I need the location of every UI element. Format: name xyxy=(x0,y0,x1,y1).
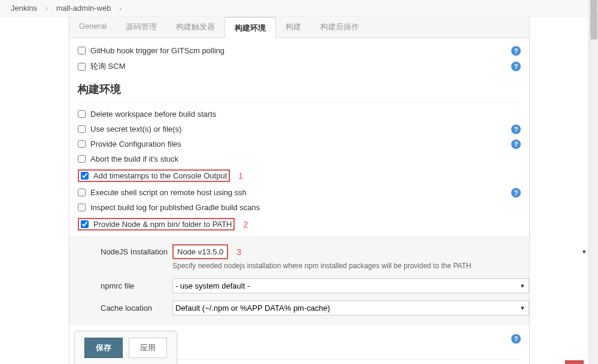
help-icon[interactable]: ? xyxy=(511,188,521,198)
npmrc-file-label: npmrc file xyxy=(101,281,172,290)
tab-triggers[interactable]: 构建触发器 xyxy=(166,17,224,38)
breadcrumb-sep-icon: › xyxy=(45,4,48,13)
poll-scm-checkbox[interactable] xyxy=(78,63,86,71)
config-files-label: Provide Configuration files xyxy=(90,139,181,148)
github-hook-label: GitHub hook trigger for GITScm polling xyxy=(90,46,224,55)
timestamps-label: Add timestamps to the Console Output xyxy=(93,171,227,180)
npmrc-file-select[interactable]: - use system default - xyxy=(172,278,529,293)
help-icon[interactable]: ? xyxy=(511,46,521,56)
gradle-scans-label: Inspect build log for published Gradle b… xyxy=(90,203,260,212)
breadcrumb: Jenkins › mall-admin-web › xyxy=(0,0,598,17)
annotation-num-3: 3 xyxy=(236,247,241,257)
cache-location-select[interactable]: Default (~/.npm or %APP DATA% pm-cache) xyxy=(172,301,529,316)
tab-scm[interactable]: 源码管理 xyxy=(116,17,166,38)
breadcrumb-sep-icon: › xyxy=(119,4,122,13)
highlight-annotation-2: Provide Node & npm bin/ folder to PATH xyxy=(78,218,235,230)
github-hook-checkbox[interactable] xyxy=(78,47,86,54)
help-icon[interactable]: ? xyxy=(511,334,521,344)
nodejs-installation-label: NodeJS Installation xyxy=(101,247,172,256)
remote-ssh-label: Execute shell script on remote host usin… xyxy=(90,188,247,197)
annotation-num-1: 1 xyxy=(238,171,243,181)
node-path-checkbox[interactable] xyxy=(81,220,89,228)
node-path-label: Provide Node & npm bin/ folder to PATH xyxy=(93,220,232,229)
timestamps-checkbox[interactable] xyxy=(81,172,89,180)
scroll-arrow-up[interactable] xyxy=(590,0,597,10)
abort-stuck-checkbox[interactable] xyxy=(78,155,86,163)
tab-general[interactable]: General xyxy=(69,17,116,38)
tab-post-build[interactable]: 构建后操作 xyxy=(311,17,369,38)
apply-button[interactable]: 应用 xyxy=(129,338,167,358)
vertical-scrollbar[interactable] xyxy=(588,0,598,364)
close-warning-button[interactable]: X xyxy=(565,360,584,364)
tab-build-env[interactable]: 构建环境 xyxy=(224,17,276,38)
help-icon[interactable]: ? xyxy=(511,62,521,71)
nodejs-installation-value: Node v13.5.0 xyxy=(177,247,223,256)
chevron-down-icon: ▾ xyxy=(582,248,586,256)
section-build-env-title: 构建环境 xyxy=(78,75,521,103)
save-button[interactable]: 保存 xyxy=(84,338,123,358)
delete-workspace-label: Delete workspace before build starts xyxy=(90,110,216,119)
annotation-num-2: 2 xyxy=(243,220,248,229)
tab-build[interactable]: 构建 xyxy=(276,17,311,38)
delete-workspace-checkbox[interactable] xyxy=(78,110,86,118)
gradle-scans-checkbox[interactable] xyxy=(78,204,86,211)
breadcrumb-root[interactable]: Jenkins xyxy=(11,4,37,13)
config-files-checkbox[interactable] xyxy=(78,140,86,148)
highlight-annotation-1: Add timestamps to the Console Output xyxy=(78,169,230,182)
help-icon[interactable]: ? xyxy=(511,125,521,134)
breadcrumb-project[interactable]: mall-admin-web xyxy=(56,4,111,13)
cache-location-label: Cache location xyxy=(101,304,172,313)
help-icon[interactable]: ? xyxy=(511,139,521,149)
scrollbar-thumb[interactable] xyxy=(590,10,597,40)
abort-stuck-label: Abort the build if it's stuck xyxy=(90,154,178,163)
config-tabs: General 源码管理 构建触发器 构建环境 构建 构建后操作 xyxy=(69,17,529,38)
highlight-annotation-3: Node v13.5.0 xyxy=(172,244,228,259)
nodejs-installation-help: Specify needed nodejs installation where… xyxy=(172,262,529,270)
remote-ssh-checkbox[interactable] xyxy=(78,189,86,196)
footer-buttons: 保存 应用 xyxy=(74,331,177,364)
poll-scm-label: 轮询 SCM xyxy=(90,61,126,72)
secret-text-checkbox[interactable] xyxy=(78,125,86,133)
secret-text-label: Use secret text(s) or file(s) xyxy=(90,125,181,134)
